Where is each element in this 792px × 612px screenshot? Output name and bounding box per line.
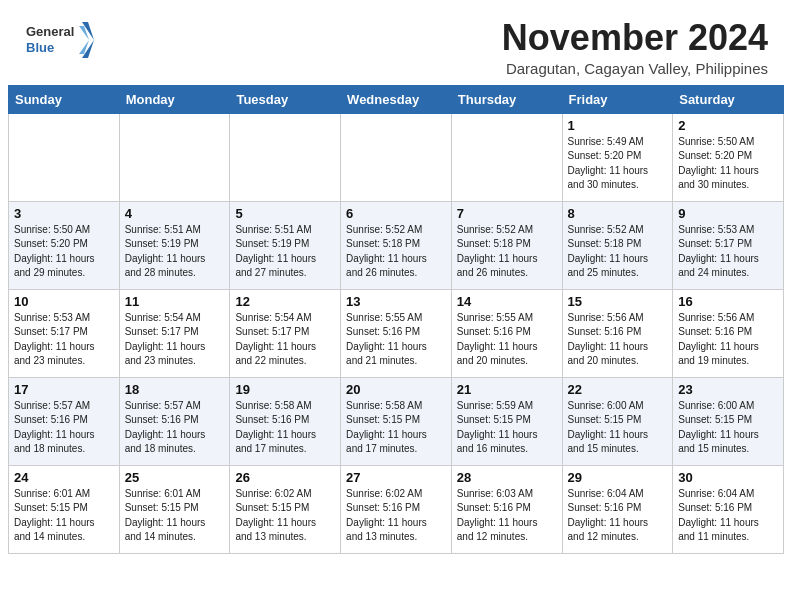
page: General Blue November 2024 Daragutan, Ca… [0, 0, 792, 612]
day-info: Sunrise: 5:56 AMSunset: 5:16 PMDaylight:… [678, 311, 778, 369]
calendar-cell: 17 Sunrise: 5:57 AMSunset: 5:16 PMDaylig… [9, 377, 120, 465]
day-number: 30 [678, 470, 778, 485]
day-info: Sunrise: 6:01 AMSunset: 5:15 PMDaylight:… [125, 487, 225, 545]
day-info: Sunrise: 6:00 AMSunset: 5:15 PMDaylight:… [568, 399, 668, 457]
calendar-cell [451, 113, 562, 201]
calendar-header: SundayMondayTuesdayWednesdayThursdayFrid… [9, 85, 784, 113]
day-info: Sunrise: 6:04 AMSunset: 5:16 PMDaylight:… [568, 487, 668, 545]
day-info: Sunrise: 5:50 AMSunset: 5:20 PMDaylight:… [678, 135, 778, 193]
calendar-cell: 12 Sunrise: 5:54 AMSunset: 5:17 PMDaylig… [230, 289, 341, 377]
day-info: Sunrise: 5:56 AMSunset: 5:16 PMDaylight:… [568, 311, 668, 369]
day-number: 4 [125, 206, 225, 221]
day-info: Sunrise: 6:00 AMSunset: 5:15 PMDaylight:… [678, 399, 778, 457]
day-number: 2 [678, 118, 778, 133]
calendar-cell: 8 Sunrise: 5:52 AMSunset: 5:18 PMDayligh… [562, 201, 673, 289]
day-info: Sunrise: 5:52 AMSunset: 5:18 PMDaylight:… [346, 223, 446, 281]
day-number: 3 [14, 206, 114, 221]
day-number: 19 [235, 382, 335, 397]
calendar-cell: 11 Sunrise: 5:54 AMSunset: 5:17 PMDaylig… [119, 289, 230, 377]
day-number: 9 [678, 206, 778, 221]
calendar-cell: 15 Sunrise: 5:56 AMSunset: 5:16 PMDaylig… [562, 289, 673, 377]
calendar-cell [9, 113, 120, 201]
calendar-table: SundayMondayTuesdayWednesdayThursdayFrid… [8, 85, 784, 554]
day-number: 12 [235, 294, 335, 309]
day-number: 15 [568, 294, 668, 309]
day-info: Sunrise: 5:58 AMSunset: 5:16 PMDaylight:… [235, 399, 335, 457]
day-info: Sunrise: 5:55 AMSunset: 5:16 PMDaylight:… [346, 311, 446, 369]
calendar-cell: 5 Sunrise: 5:51 AMSunset: 5:19 PMDayligh… [230, 201, 341, 289]
day-number: 6 [346, 206, 446, 221]
day-number: 13 [346, 294, 446, 309]
day-info: Sunrise: 5:52 AMSunset: 5:18 PMDaylight:… [457, 223, 557, 281]
calendar-week-row: 3 Sunrise: 5:50 AMSunset: 5:20 PMDayligh… [9, 201, 784, 289]
calendar-body: 1 Sunrise: 5:49 AMSunset: 5:20 PMDayligh… [9, 113, 784, 553]
day-info: Sunrise: 5:54 AMSunset: 5:17 PMDaylight:… [125, 311, 225, 369]
calendar-cell: 1 Sunrise: 5:49 AMSunset: 5:20 PMDayligh… [562, 113, 673, 201]
logo-svg: General Blue [24, 18, 94, 62]
calendar-cell: 30 Sunrise: 6:04 AMSunset: 5:16 PMDaylig… [673, 465, 784, 553]
day-info: Sunrise: 5:51 AMSunset: 5:19 PMDaylight:… [125, 223, 225, 281]
calendar-cell [230, 113, 341, 201]
calendar-cell: 18 Sunrise: 5:57 AMSunset: 5:16 PMDaylig… [119, 377, 230, 465]
calendar-cell: 4 Sunrise: 5:51 AMSunset: 5:19 PMDayligh… [119, 201, 230, 289]
day-info: Sunrise: 5:54 AMSunset: 5:17 PMDaylight:… [235, 311, 335, 369]
day-number: 1 [568, 118, 668, 133]
calendar-cell: 3 Sunrise: 5:50 AMSunset: 5:20 PMDayligh… [9, 201, 120, 289]
calendar-cell: 19 Sunrise: 5:58 AMSunset: 5:16 PMDaylig… [230, 377, 341, 465]
day-info: Sunrise: 5:51 AMSunset: 5:19 PMDaylight:… [235, 223, 335, 281]
day-number: 17 [14, 382, 114, 397]
calendar-cell: 22 Sunrise: 6:00 AMSunset: 5:15 PMDaylig… [562, 377, 673, 465]
calendar-cell: 9 Sunrise: 5:53 AMSunset: 5:17 PMDayligh… [673, 201, 784, 289]
title-area: November 2024 Daragutan, Cagayan Valley,… [502, 18, 768, 77]
day-info: Sunrise: 5:57 AMSunset: 5:16 PMDaylight:… [125, 399, 225, 457]
weekday-header: Thursday [451, 85, 562, 113]
weekday-header: Monday [119, 85, 230, 113]
calendar-week-row: 1 Sunrise: 5:49 AMSunset: 5:20 PMDayligh… [9, 113, 784, 201]
day-info: Sunrise: 6:01 AMSunset: 5:15 PMDaylight:… [14, 487, 114, 545]
day-info: Sunrise: 6:02 AMSunset: 5:15 PMDaylight:… [235, 487, 335, 545]
svg-text:Blue: Blue [26, 40, 54, 55]
calendar-cell: 16 Sunrise: 5:56 AMSunset: 5:16 PMDaylig… [673, 289, 784, 377]
day-number: 21 [457, 382, 557, 397]
calendar-cell: 10 Sunrise: 5:53 AMSunset: 5:17 PMDaylig… [9, 289, 120, 377]
day-info: Sunrise: 6:04 AMSunset: 5:16 PMDaylight:… [678, 487, 778, 545]
day-number: 23 [678, 382, 778, 397]
day-number: 18 [125, 382, 225, 397]
calendar-cell: 14 Sunrise: 5:55 AMSunset: 5:16 PMDaylig… [451, 289, 562, 377]
calendar-cell: 6 Sunrise: 5:52 AMSunset: 5:18 PMDayligh… [341, 201, 452, 289]
location-title: Daragutan, Cagayan Valley, Philippines [502, 60, 768, 77]
day-info: Sunrise: 6:03 AMSunset: 5:16 PMDaylight:… [457, 487, 557, 545]
day-info: Sunrise: 5:52 AMSunset: 5:18 PMDaylight:… [568, 223, 668, 281]
calendar-cell: 27 Sunrise: 6:02 AMSunset: 5:16 PMDaylig… [341, 465, 452, 553]
calendar-cell [119, 113, 230, 201]
day-number: 28 [457, 470, 557, 485]
day-info: Sunrise: 5:49 AMSunset: 5:20 PMDaylight:… [568, 135, 668, 193]
day-number: 26 [235, 470, 335, 485]
month-title: November 2024 [502, 18, 768, 58]
calendar-cell: 28 Sunrise: 6:03 AMSunset: 5:16 PMDaylig… [451, 465, 562, 553]
day-number: 7 [457, 206, 557, 221]
calendar-cell [341, 113, 452, 201]
day-number: 24 [14, 470, 114, 485]
calendar-cell: 24 Sunrise: 6:01 AMSunset: 5:15 PMDaylig… [9, 465, 120, 553]
calendar-cell: 26 Sunrise: 6:02 AMSunset: 5:15 PMDaylig… [230, 465, 341, 553]
calendar-week-row: 17 Sunrise: 5:57 AMSunset: 5:16 PMDaylig… [9, 377, 784, 465]
calendar-week-row: 24 Sunrise: 6:01 AMSunset: 5:15 PMDaylig… [9, 465, 784, 553]
calendar-cell: 20 Sunrise: 5:58 AMSunset: 5:15 PMDaylig… [341, 377, 452, 465]
calendar-cell: 25 Sunrise: 6:01 AMSunset: 5:15 PMDaylig… [119, 465, 230, 553]
header-row: SundayMondayTuesdayWednesdayThursdayFrid… [9, 85, 784, 113]
day-info: Sunrise: 6:02 AMSunset: 5:16 PMDaylight:… [346, 487, 446, 545]
day-info: Sunrise: 5:58 AMSunset: 5:15 PMDaylight:… [346, 399, 446, 457]
day-number: 29 [568, 470, 668, 485]
weekday-header: Tuesday [230, 85, 341, 113]
weekday-header: Friday [562, 85, 673, 113]
day-info: Sunrise: 5:57 AMSunset: 5:16 PMDaylight:… [14, 399, 114, 457]
calendar-cell: 7 Sunrise: 5:52 AMSunset: 5:18 PMDayligh… [451, 201, 562, 289]
day-info: Sunrise: 5:59 AMSunset: 5:15 PMDaylight:… [457, 399, 557, 457]
day-number: 22 [568, 382, 668, 397]
calendar-cell: 29 Sunrise: 6:04 AMSunset: 5:16 PMDaylig… [562, 465, 673, 553]
weekday-header: Saturday [673, 85, 784, 113]
calendar-cell: 13 Sunrise: 5:55 AMSunset: 5:16 PMDaylig… [341, 289, 452, 377]
day-info: Sunrise: 5:53 AMSunset: 5:17 PMDaylight:… [678, 223, 778, 281]
header: General Blue November 2024 Daragutan, Ca… [0, 0, 792, 85]
